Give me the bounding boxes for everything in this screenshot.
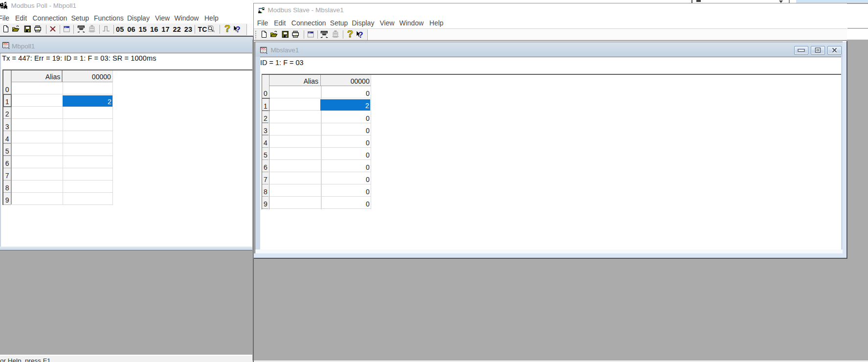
svg-text:DOC: DOC (261, 47, 267, 50)
svg-text:?: ? (347, 30, 353, 38)
svg-text:?: ? (224, 25, 230, 33)
svg-text:DOC: DOC (3, 43, 8, 45)
